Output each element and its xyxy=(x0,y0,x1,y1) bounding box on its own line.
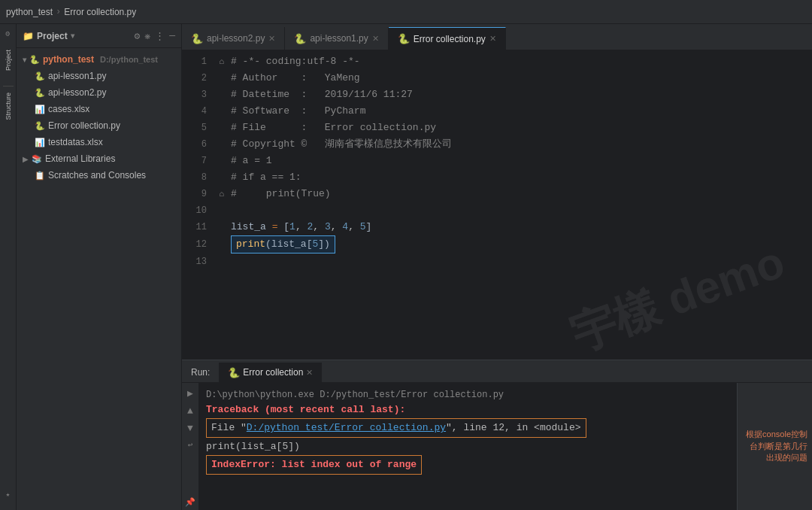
terminal-output[interactable]: D:\python\python.exe D:/python_test/Erro… xyxy=(198,383,737,510)
scratch-icon: 📋 xyxy=(35,171,45,181)
xlsx-icon-2: 📊 xyxy=(35,138,45,147)
scratches-label: Scratches and Consoles xyxy=(48,170,146,181)
folder-icon: 📁 xyxy=(23,31,34,41)
py-icon-2: 🐍 xyxy=(35,88,45,98)
tree-file-error[interactable]: 🐍 Error collection.py xyxy=(17,117,181,134)
more-icon[interactable]: ⋮ xyxy=(155,30,165,42)
scroll-up-icon[interactable]: ▲ xyxy=(187,405,193,417)
line-content-10 xyxy=(228,202,812,219)
scroll-down-icon[interactable]: ▼ xyxy=(187,423,193,434)
tab-py-icon-2: 🐍 xyxy=(294,33,306,44)
tree-file-cases[interactable]: 📊 cases.xlsx xyxy=(17,101,181,117)
tab-label-error: Error collection.py xyxy=(414,34,486,44)
tabs-bar: 🐍 api-lesson2.py ✕ 🐍 api-lesson1.py ✕ 🐍 … xyxy=(182,24,812,50)
tab-api1[interactable]: 🐍 api-lesson1.py ✕ xyxy=(285,27,388,50)
py-icon-3: 🐍 xyxy=(35,121,45,131)
settings-icon[interactable]: ⚙ xyxy=(135,30,141,42)
tree-file-api2[interactable]: 🐍 api-lesson2.py xyxy=(17,84,181,101)
tab-py-icon-1: 🐍 xyxy=(191,33,203,44)
tab-label-api1: api-lesson1.py xyxy=(310,33,368,44)
wrap-icon[interactable]: ↩ xyxy=(188,440,193,450)
code-line-3: 3 # Datetime : 2019/11/6 11:27 xyxy=(182,87,812,103)
tab-error[interactable]: 🐍 Error collection.py ✕ xyxy=(389,27,506,50)
tab-close-2[interactable]: ✕ xyxy=(372,34,379,44)
sidebar-strip: ⚙ Project Structure ★ xyxy=(0,24,17,510)
expand-icon[interactable]: ❋ xyxy=(144,30,150,42)
project-panel: 📁 Project ▾ ⚙ ❋ ⋮ — ▾ 🐍 python_test D:/p… xyxy=(17,24,182,510)
title-part-2: Error collection.py xyxy=(64,7,136,17)
code-line-9: 9 ⌂ # print(True) xyxy=(182,186,812,202)
tab-close-3[interactable]: ✕ xyxy=(489,34,496,44)
project-chevron[interactable]: ▾ xyxy=(71,32,74,40)
minimize-icon[interactable]: — xyxy=(169,30,175,42)
tab-py-icon-3: 🐍 xyxy=(398,33,410,44)
sidebar-icon-gear[interactable]: ⚙ xyxy=(2,27,15,41)
editor-area: 🐍 api-lesson2.py ✕ 🐍 api-lesson1.py ✕ 🐍 … xyxy=(182,24,812,510)
terminal-line-2: Traceback (most recent call last): xyxy=(206,402,729,417)
title-part-1: python_test xyxy=(6,7,53,17)
code-lines-container[interactable]: 1 ⌂ # -*- coding:utf-8 -*- 2 # Author : … xyxy=(182,50,812,360)
code-line-12: 12 print(list_a[5]) xyxy=(182,235,812,253)
sidebar-label-structure[interactable]: Structure xyxy=(5,93,12,120)
bottom-tab-label: Error collection xyxy=(243,367,303,378)
sidebar-label-project[interactable]: Project xyxy=(5,50,12,71)
file-prefix: File " xyxy=(211,422,247,433)
ext-libs-label: External Libraries xyxy=(45,153,115,164)
tab-close-1[interactable]: ✕ xyxy=(268,34,275,44)
code-line-5: 5 # File : Error collection.py xyxy=(182,120,812,136)
cmd-line: D:\python\python.exe D:/python_test/Erro… xyxy=(206,390,504,400)
line-content-11: list_a = [1, 2, 3, 4, 5] xyxy=(228,219,812,235)
bottom-tab-close[interactable]: ✕ xyxy=(306,368,313,378)
root-chevron: ▾ xyxy=(23,56,26,64)
project-header-icons: ⚙ ❋ ⋮ — xyxy=(135,30,175,42)
line-content-2: # Author : YaMeng xyxy=(228,70,812,87)
line-content-5: # File : Error collection.py xyxy=(228,120,812,136)
gutter-9: ⌂ xyxy=(216,186,228,202)
line-content-6: # Copyright © 湖南省零樣信息技术有限公司 xyxy=(228,136,812,153)
bottom-panel: Run: 🐍 Error collection ✕ ▶ ▲ ▼ ↩ 📌 xyxy=(182,360,812,510)
terminal-line-4: print(list_a[5]) xyxy=(206,439,729,454)
file-name-api1: api-lesson1.py xyxy=(48,71,106,81)
run-label: Run: xyxy=(191,367,210,378)
error-line: IndexError: list index out of range xyxy=(211,459,417,470)
traceback-line: Traceback (most recent call last): xyxy=(206,404,405,415)
gutter-1: ⌂ xyxy=(216,53,228,70)
code-line-1: 1 ⌂ # -*- coding:utf-8 -*- xyxy=(182,53,812,70)
root-name: python_test xyxy=(43,54,94,65)
print-line: print(list_a[5]) xyxy=(206,441,300,452)
line-content-8: # if a == 1: xyxy=(228,169,812,186)
code-editor: 1 ⌂ # -*- coding:utf-8 -*- 2 # Author : … xyxy=(182,50,812,360)
line-content-13 xyxy=(228,253,812,270)
ext-chevron: ▶ xyxy=(23,155,29,163)
sidebar-icon-favorites[interactable]: ★ xyxy=(2,487,15,501)
code-line-11: 11 list_a = [1, 2, 3, 4, 5] xyxy=(182,219,812,235)
code-line-7: 7 # a = 1 xyxy=(182,153,812,169)
py-icon-1: 🐍 xyxy=(35,71,45,81)
line-content-9: # print(True) xyxy=(228,186,812,202)
line-content-3: # Datetime : 2019/11/6 11:27 xyxy=(228,87,812,103)
project-header: 📁 Project ▾ ⚙ ❋ ⋮ — xyxy=(17,24,181,48)
code-line-4: 4 # Software : PyCharm xyxy=(182,103,812,120)
line-content-7: # a = 1 xyxy=(228,153,812,169)
root-icon: 🐍 xyxy=(29,55,40,65)
code-line-6: 6 # Copyright © 湖南省零樣信息技术有限公司 xyxy=(182,136,812,153)
tree-scratches[interactable]: 📋 Scratches and Consoles xyxy=(17,167,181,184)
file-name-cases: cases.xlsx xyxy=(48,104,89,114)
code-line-10: 10 xyxy=(182,202,812,219)
tree-root[interactable]: ▾ 🐍 python_test D:/python_test xyxy=(17,51,181,68)
bottom-tab-error-collection[interactable]: 🐍 Error collection ✕ xyxy=(219,363,322,382)
file-link[interactable]: D:/python_test/Error collection.py xyxy=(247,422,446,433)
tree-file-api1[interactable]: 🐍 api-lesson1.py xyxy=(17,68,181,84)
annotation-panel: 根据console控制台判断是第几行出现的问题 xyxy=(737,383,812,510)
bottom-sidebar-strip: ▶ ▲ ▼ ↩ 📌 xyxy=(182,383,198,510)
filter-icon[interactable]: 📌 xyxy=(185,497,195,507)
tree-file-testdatas[interactable]: 📊 testdatas.xlsx xyxy=(17,134,181,150)
project-title: 📁 Project ▾ xyxy=(23,31,74,41)
tab-label-api2: api-lesson2.py xyxy=(207,33,265,44)
tree-external-libs[interactable]: ▶ 📚 External Libraries xyxy=(17,150,181,167)
root-path: D:/python_test xyxy=(100,55,158,64)
line-content-12: print(list_a[5]) xyxy=(228,235,812,253)
file-name-api2: api-lesson2.py xyxy=(48,87,106,98)
tab-api2[interactable]: 🐍 api-lesson2.py ✕ xyxy=(182,27,285,50)
run-icon[interactable]: ▶ xyxy=(187,387,193,399)
